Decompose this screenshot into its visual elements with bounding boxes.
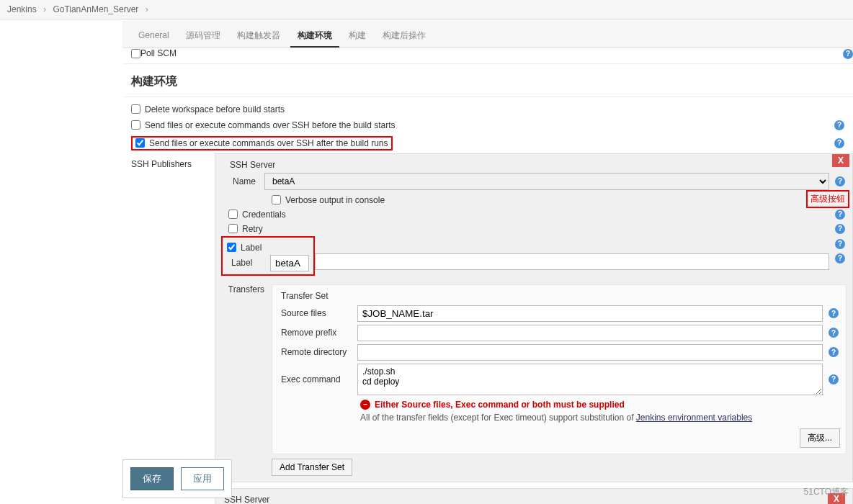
remove-prefix-input[interactable] xyxy=(357,325,823,341)
label-chk-text: Label xyxy=(241,243,262,253)
tab-triggers[interactable]: 构建触发器 xyxy=(230,25,287,46)
verbose-checkbox[interactable] xyxy=(272,195,281,204)
retry-label: Retry xyxy=(242,224,263,234)
poll-scm-label: Poll SCM xyxy=(140,48,177,58)
label-input[interactable] xyxy=(270,255,309,271)
env-vars-link[interactable]: Jenkins environment variables xyxy=(636,413,752,423)
ssh-server-select[interactable]: betaA xyxy=(264,173,829,190)
remove-prefix-label: Remove prefix xyxy=(278,328,357,338)
action-buttons: 保存 应用 xyxy=(122,459,232,498)
ssh-before-checkbox[interactable] xyxy=(131,120,140,130)
ssh-before-label: Send files or execute commands over SSH … xyxy=(145,120,396,130)
ssh-publisher-panel: X SSH Server Name betaA ? Verbose output… xyxy=(215,153,853,482)
exec-cmd-textarea[interactable]: ./stop.sh cd deploy xyxy=(357,364,823,395)
credentials-label: Credentials xyxy=(242,210,286,220)
add-transfer-button[interactable]: Add Transfer Set xyxy=(272,459,352,476)
ssh-publishers-label: SSH Publishers xyxy=(122,153,215,505)
source-files-input[interactable] xyxy=(357,305,823,322)
help-icon[interactable]: ? xyxy=(829,374,839,384)
help-icon[interactable]: ? xyxy=(829,308,839,318)
help-icon[interactable]: ? xyxy=(835,176,845,186)
breadcrumb: Jenkins › GoTianAnMen_Server › xyxy=(0,0,853,19)
help-icon[interactable]: ? xyxy=(835,210,845,220)
delete-workspace-label: Delete workspace before build starts xyxy=(145,104,285,114)
help-icon[interactable]: ? xyxy=(843,49,853,59)
error-icon: – xyxy=(360,400,370,410)
chevron-right-icon: › xyxy=(146,4,148,14)
error-text: Either Source files, Exec command or bot… xyxy=(375,400,625,410)
poll-scm-checkbox[interactable] xyxy=(131,49,140,58)
transfers-label: Transfers xyxy=(221,284,272,476)
chevron-right-icon: › xyxy=(43,4,46,14)
ssh-server-label: SSH Server xyxy=(221,160,847,170)
tab-post-build[interactable]: 构建后操作 xyxy=(375,25,433,46)
config-tabs: General 源码管理 构建触发器 构建环境 构建 构建后操作 xyxy=(122,19,853,48)
ssh-server-panel-2: SSH Server X xyxy=(215,488,853,505)
help-icon[interactable]: ? xyxy=(835,239,845,249)
ssh-after-label: Send files or execute commands over SSH … xyxy=(149,138,388,148)
breadcrumb-root[interactable]: Jenkins xyxy=(7,4,37,14)
annotation-advanced: 高级按钮 xyxy=(806,190,849,208)
section-heading: 构建环境 xyxy=(122,67,853,97)
help-icon[interactable]: ? xyxy=(834,120,844,130)
label-checkbox[interactable] xyxy=(227,243,236,252)
remote-dir-input[interactable] xyxy=(357,344,823,361)
help-icon[interactable]: ? xyxy=(829,328,839,338)
tab-general[interactable]: General xyxy=(131,26,177,45)
info-text: All of the transfer fields (except for E… xyxy=(360,413,636,423)
help-icon[interactable]: ? xyxy=(834,138,844,148)
help-icon[interactable]: ? xyxy=(829,347,839,357)
remote-dir-label: Remote directory xyxy=(278,347,357,357)
save-button[interactable]: 保存 xyxy=(130,467,174,490)
help-icon[interactable]: ? xyxy=(835,224,845,234)
delete-workspace-checkbox[interactable] xyxy=(131,104,140,114)
credentials-checkbox[interactable] xyxy=(228,210,238,219)
apply-button[interactable]: 应用 xyxy=(181,467,224,490)
exec-cmd-label: Exec command xyxy=(278,374,357,384)
verbose-label: Verbose output in console xyxy=(285,195,385,205)
retry-checkbox[interactable] xyxy=(228,224,238,233)
label-input-full[interactable] xyxy=(315,253,829,270)
source-files-label: Source files xyxy=(278,308,357,318)
label-field-label: Label xyxy=(227,258,270,268)
transfer-set-label: Transfer Set xyxy=(278,291,840,301)
remove-publisher-button[interactable]: X xyxy=(832,154,849,167)
transfer-set-panel: Transfer Set Source files ? Remove prefi… xyxy=(272,284,847,454)
help-icon[interactable]: ? xyxy=(835,253,845,264)
tab-scm[interactable]: 源码管理 xyxy=(179,25,228,46)
advanced-button[interactable]: 高级... xyxy=(800,428,840,448)
watermark: 51CTO博客 xyxy=(804,486,849,498)
breadcrumb-project[interactable]: GoTianAnMen_Server xyxy=(53,4,138,14)
tab-build-env[interactable]: 构建环境 xyxy=(290,25,339,48)
name-label: Name xyxy=(228,176,264,186)
ssh-after-checkbox[interactable] xyxy=(135,138,145,148)
tab-build[interactable]: 构建 xyxy=(341,25,373,46)
